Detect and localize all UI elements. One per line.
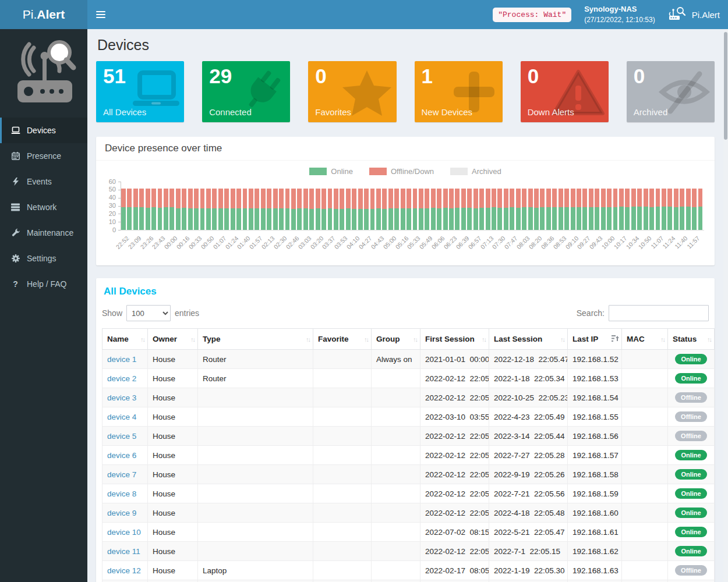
sort-icon: ↑↓ [364,336,368,343]
column-header-label: Status [673,335,697,343]
bar-offline [698,189,703,206]
bar-offline [261,189,266,208]
bar-offline [364,189,369,209]
device-link[interactable]: device 4 [107,413,136,421]
bar-online [139,207,144,230]
cell-last-ip: 192.168.1.55 [568,407,622,427]
column-header-last-session[interactable]: Last Session↑↓ [489,329,568,350]
bar-online [279,208,284,230]
bar-offline [346,189,351,208]
bar-offline [370,189,375,209]
device-link[interactable]: device 6 [107,451,136,460]
sidebar-item-label: Presence [27,151,61,161]
cell-favorite [313,388,372,407]
sidebar-item-devices[interactable]: Devices [0,118,87,143]
column-header-name[interactable]: Name↑↓ [103,329,148,350]
cell-status: Online [668,542,715,561]
cell-name: device 6 [103,446,148,465]
bar-offline [231,189,235,208]
card-down-alerts[interactable]: 0 Down Alerts [521,61,609,122]
device-link[interactable]: device 8 [107,489,136,498]
sidebar-item-help[interactable]: ? Help / FAQ [0,271,87,297]
bar-online [656,207,660,230]
device-link[interactable]: device 1 [107,355,136,364]
card-connected[interactable]: 29 Connected [202,61,290,122]
legend-item[interactable]: Offline/Down [369,167,434,176]
device-link[interactable]: device 3 [107,393,136,402]
status-badge: Online [675,527,707,537]
bar-online [461,208,466,230]
cell-first-session: 2022-03-10 03:55 [420,407,489,427]
column-header-last-ip[interactable]: Last IP [568,329,622,350]
device-link[interactable]: device 5 [107,432,136,441]
card-new-devices[interactable]: 1 New Devices [415,61,503,122]
card-archived[interactable]: 0 Archived [627,61,715,122]
device-link[interactable]: device 10 [107,528,141,537]
column-header-owner[interactable]: Owner↑↓ [148,329,198,350]
card-all-devices[interactable]: 51 All Devices [96,61,184,122]
cell-name: device 13 [103,580,148,582]
status-badge: Offline [675,431,707,441]
bar-online [559,207,563,230]
bar-offline [316,189,320,208]
cell-status: Online [668,446,715,465]
process-status-badge: "Process: Wait" [493,8,571,22]
app-logo[interactable]: Pi.Alert [0,0,87,29]
bar-offline [497,189,502,208]
bar-online [146,208,150,230]
cell-type [198,407,313,427]
bar-online [261,208,266,230]
cell-favorite [313,407,372,427]
page-length-select[interactable]: 100 [126,305,171,321]
device-link[interactable]: device 12 [107,566,141,575]
cell-type [198,503,313,523]
column-header-group[interactable]: Group↑↓ [372,329,420,350]
bar-offline [194,189,199,208]
legend-item[interactable]: Archived [450,167,501,176]
navbar-brand[interactable]: Pi.Alert [668,6,720,23]
bar-online [467,208,472,230]
device-link[interactable]: device 11 [107,547,140,556]
sidebar-item-events[interactable]: Events [0,169,87,194]
cell-type [198,542,313,561]
bar-offline [303,189,308,208]
cell-favorite [313,503,372,523]
search-input[interactable] [609,305,709,321]
table-row: device 7House2022-02-12 22:052022-9-19 2… [103,465,715,484]
device-link[interactable]: device 7 [107,470,136,479]
bar-offline [443,189,448,208]
legend-item[interactable]: Online [309,167,353,176]
sidebar-item-network[interactable]: Network [0,194,87,220]
sidebar-toggle-button[interactable] [87,0,114,29]
bar-offline [394,189,399,208]
host-info: Synology-NAS (27/12/2022, 12:10:53) [584,4,655,25]
sidebar-item-maintenance[interactable]: Maintenance [0,220,87,246]
device-link[interactable]: device 9 [107,509,136,517]
column-header-type[interactable]: Type↑↓ [198,329,313,350]
card-value: 0 [528,65,609,88]
cell-first-session: 2022-02-12 22:05 [420,465,489,484]
bar-offline [212,189,217,208]
sidebar-item-presence[interactable]: Presence [0,143,87,169]
column-header-label: Last Session [494,335,542,343]
sidebar-item-settings[interactable]: Settings [0,246,87,271]
scrollbar-thumb[interactable] [724,32,727,140]
column-header-mac[interactable]: MAC↑↓ [622,329,668,350]
column-header-favorite[interactable]: Favorite↑↓ [313,329,372,350]
bar-online [382,209,387,230]
bar-online [340,209,344,230]
bar-online [431,208,436,230]
device-link[interactable]: device 2 [107,374,136,383]
bar-online [528,207,533,230]
bar-offline [649,189,654,207]
column-header-status[interactable]: Status↑↓ [668,329,715,350]
column-header-first-session[interactable]: First Session↑↓ [420,329,489,350]
bar-offline [461,189,466,208]
column-header-label: Group [376,335,400,343]
page-scrollbar[interactable] [723,29,728,582]
card-favorites[interactable]: 0 Favorites [308,61,396,122]
bar-offline [631,189,636,206]
bar-online [552,207,557,230]
cell-group: Always on [372,350,420,369]
cell-last-session: 2022-5-21 22:05.47 [489,523,568,542]
